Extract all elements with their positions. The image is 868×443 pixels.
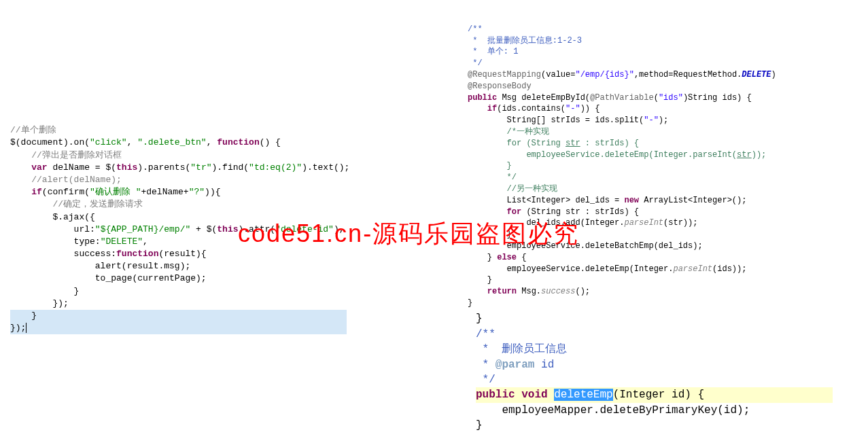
code-line: employeeService.deleteEmp(Integer.parseI… bbox=[468, 264, 746, 274]
code-line: } bbox=[476, 419, 483, 431]
code-line: if(confirm("确认删除 "+delName+"?")){ bbox=[10, 187, 220, 197]
highlighted-line: } bbox=[10, 310, 347, 322]
method-signature-line: public void deleteEmp(Integer id) { bbox=[476, 389, 833, 401]
javadoc: * @param id bbox=[476, 359, 554, 371]
code-line: } bbox=[476, 313, 483, 325]
comment: for (String str : strIds) { bbox=[468, 139, 639, 148]
code-line: @RequestMapping(value="/emp/{ids}",metho… bbox=[468, 70, 776, 79]
code-line: if(ids.contains("-")) { bbox=[468, 104, 600, 113]
code-line: }); bbox=[10, 298, 69, 308]
code-line: var delName = $(this).parents("tr").find… bbox=[10, 162, 349, 173]
comment: employeeService.deleteEmp(Integer.parseI… bbox=[468, 150, 766, 160]
code-line: success:function(result){ bbox=[10, 249, 207, 259]
javadoc: * 批量删除员工信息:1-2-3 bbox=[468, 36, 582, 46]
code-line: type:"DELETE", bbox=[10, 236, 148, 247]
code-line: $.ajax({ bbox=[10, 212, 95, 222]
code-line: $(document).on("click", ".delete_btn", f… bbox=[10, 137, 281, 147]
javadoc: * 删除员工信息 bbox=[476, 343, 567, 355]
code-line: public Msg deleteEmpById(@PathVariable("… bbox=[468, 93, 752, 103]
text-cursor bbox=[26, 323, 27, 333]
javadoc: */ bbox=[476, 374, 496, 386]
code-line: return Msg.success(); bbox=[468, 287, 590, 296]
javadoc: */ bbox=[468, 58, 483, 68]
javadoc: * 单个: 1 bbox=[468, 47, 518, 56]
comment: //确定，发送删除请求 bbox=[10, 199, 143, 209]
javadoc: /** bbox=[476, 328, 496, 340]
code-block-java-service: } /** * 删除员工信息 * @param id */ public voi… bbox=[476, 296, 833, 433]
code-line: to_page(currentPage); bbox=[10, 273, 207, 283]
code-line: } bbox=[10, 286, 79, 296]
comment: //另一种实现 bbox=[468, 184, 557, 194]
code-line: for (String str : strIds) { bbox=[468, 207, 639, 217]
highlighted-line: }); bbox=[10, 322, 347, 334]
comment: } bbox=[468, 161, 512, 171]
selected-text[interactable]: deleteEmp bbox=[554, 389, 612, 401]
comment: /*一种实现 bbox=[468, 127, 549, 137]
code-line: alert(result.msg); bbox=[10, 261, 190, 271]
code-line: String[] strIds = ids.split("-"); bbox=[468, 116, 668, 125]
watermark-text: code51.cn-源码乐园盗图必究 bbox=[238, 217, 579, 251]
code-line: List<Integer> del_ids = new ArrayList<In… bbox=[468, 196, 746, 205]
comment: //单个删除 bbox=[10, 125, 56, 135]
comment: */ bbox=[468, 173, 517, 182]
code-line: employeeMapper.deleteByPrimaryKey(id); bbox=[476, 404, 750, 417]
javadoc: /** bbox=[468, 24, 483, 34]
comment: //alert(delName); bbox=[10, 175, 122, 185]
code-block-java-controller: /** * 批量删除员工信息:1-2-3 * 单个: 1 */ @Request… bbox=[468, 12, 776, 309]
code-line: } else { bbox=[468, 253, 526, 262]
code-line: } bbox=[468, 298, 472, 308]
code-line: } bbox=[468, 275, 492, 285]
annotation: @ResponseBody bbox=[468, 82, 532, 91]
comment: //弹出是否删除对话框 bbox=[10, 150, 122, 160]
